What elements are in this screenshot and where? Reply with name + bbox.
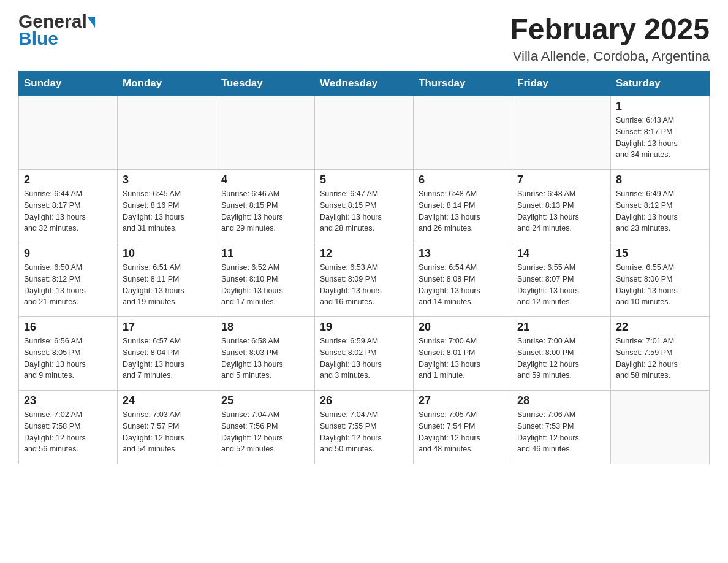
day-number: 5 <box>320 174 408 186</box>
day-info: Sunrise: 7:04 AM Sunset: 7:55 PM Dayligh… <box>320 409 408 455</box>
day-info: Sunrise: 6:44 AM Sunset: 8:17 PM Dayligh… <box>24 188 112 234</box>
day-info: Sunrise: 6:54 AM Sunset: 8:08 PM Dayligh… <box>419 262 507 308</box>
calendar-cell: 1Sunrise: 6:43 AM Sunset: 8:17 PM Daylig… <box>611 96 710 170</box>
day-header-thursday: Thursday <box>414 71 512 96</box>
calendar-cell: 26Sunrise: 7:04 AM Sunset: 7:55 PM Dayli… <box>315 391 414 464</box>
day-number: 26 <box>320 394 408 407</box>
logo-blue-text: Blue <box>18 29 58 48</box>
day-number: 13 <box>419 247 507 260</box>
day-number: 6 <box>419 174 507 186</box>
calendar-cell: 27Sunrise: 7:05 AM Sunset: 7:54 PM Dayli… <box>414 391 512 464</box>
day-info: Sunrise: 6:58 AM Sunset: 8:03 PM Dayligh… <box>221 335 309 381</box>
calendar-cell: 11Sunrise: 6:52 AM Sunset: 8:10 PM Dayli… <box>216 243 315 317</box>
week-row-4: 16Sunrise: 6:56 AM Sunset: 8:05 PM Dayli… <box>19 317 710 391</box>
calendar-title: February 2025 <box>510 12 710 46</box>
day-info: Sunrise: 6:56 AM Sunset: 8:05 PM Dayligh… <box>24 335 112 381</box>
logo-triangle-icon <box>87 17 95 28</box>
calendar-cell: 3Sunrise: 6:45 AM Sunset: 8:16 PM Daylig… <box>118 170 216 243</box>
day-number: 20 <box>419 321 507 334</box>
day-info: Sunrise: 7:00 AM Sunset: 8:00 PM Dayligh… <box>517 335 605 381</box>
week-row-2: 2Sunrise: 6:44 AM Sunset: 8:17 PM Daylig… <box>19 170 710 243</box>
day-info: Sunrise: 6:48 AM Sunset: 8:13 PM Dayligh… <box>517 188 605 234</box>
day-number: 7 <box>517 174 605 186</box>
calendar-cell: 25Sunrise: 7:04 AM Sunset: 7:56 PM Dayli… <box>216 391 315 464</box>
calendar-cell <box>118 96 216 170</box>
calendar-cell <box>216 96 315 170</box>
day-info: Sunrise: 6:53 AM Sunset: 8:09 PM Dayligh… <box>320 262 408 308</box>
day-info: Sunrise: 6:43 AM Sunset: 8:17 PM Dayligh… <box>616 115 704 161</box>
day-info: Sunrise: 6:45 AM Sunset: 8:16 PM Dayligh… <box>123 188 211 234</box>
calendar-cell: 18Sunrise: 6:58 AM Sunset: 8:03 PM Dayli… <box>216 317 315 391</box>
day-number: 3 <box>123 174 211 186</box>
calendar-cell: 20Sunrise: 7:00 AM Sunset: 8:01 PM Dayli… <box>414 317 512 391</box>
day-number: 28 <box>517 394 605 407</box>
day-number: 21 <box>517 321 605 334</box>
calendar-cell <box>315 96 414 170</box>
day-info: Sunrise: 6:50 AM Sunset: 8:12 PM Dayligh… <box>24 262 112 308</box>
calendar-cell: 7Sunrise: 6:48 AM Sunset: 8:13 PM Daylig… <box>512 170 611 243</box>
calendar-cell: 14Sunrise: 6:55 AM Sunset: 8:07 PM Dayli… <box>512 243 611 317</box>
calendar-cell: 23Sunrise: 7:02 AM Sunset: 7:58 PM Dayli… <box>19 391 118 464</box>
day-info: Sunrise: 6:59 AM Sunset: 8:02 PM Dayligh… <box>320 335 408 381</box>
calendar-cell: 15Sunrise: 6:55 AM Sunset: 8:06 PM Dayli… <box>611 243 710 317</box>
calendar-cell: 22Sunrise: 7:01 AM Sunset: 7:59 PM Dayli… <box>611 317 710 391</box>
day-info: Sunrise: 6:55 AM Sunset: 8:06 PM Dayligh… <box>616 262 704 308</box>
calendar-cell: 28Sunrise: 7:06 AM Sunset: 7:53 PM Dayli… <box>512 391 611 464</box>
day-info: Sunrise: 7:02 AM Sunset: 7:58 PM Dayligh… <box>24 409 112 455</box>
calendar-subtitle: Villa Allende, Cordoba, Argentina <box>510 48 710 64</box>
day-info: Sunrise: 7:04 AM Sunset: 7:56 PM Dayligh… <box>221 409 309 455</box>
calendar-cell: 17Sunrise: 6:57 AM Sunset: 8:04 PM Dayli… <box>118 317 216 391</box>
week-row-3: 9Sunrise: 6:50 AM Sunset: 8:12 PM Daylig… <box>19 243 710 317</box>
calendar-cell: 16Sunrise: 6:56 AM Sunset: 8:05 PM Dayli… <box>19 317 118 391</box>
calendar-cell <box>19 96 118 170</box>
day-number: 4 <box>221 174 309 186</box>
day-info: Sunrise: 6:49 AM Sunset: 8:12 PM Dayligh… <box>616 188 704 234</box>
week-row-1: 1Sunrise: 6:43 AM Sunset: 8:17 PM Daylig… <box>19 96 710 170</box>
day-number: 19 <box>320 321 408 334</box>
calendar-cell: 13Sunrise: 6:54 AM Sunset: 8:08 PM Dayli… <box>414 243 512 317</box>
day-number: 8 <box>616 174 704 186</box>
day-header-wednesday: Wednesday <box>315 71 414 96</box>
calendar-cell: 24Sunrise: 7:03 AM Sunset: 7:57 PM Dayli… <box>118 391 216 464</box>
day-info: Sunrise: 7:06 AM Sunset: 7:53 PM Dayligh… <box>517 409 605 455</box>
day-number: 27 <box>419 394 507 407</box>
day-info: Sunrise: 6:51 AM Sunset: 8:11 PM Dayligh… <box>123 262 211 308</box>
day-number: 22 <box>616 321 704 334</box>
calendar-cell: 8Sunrise: 6:49 AM Sunset: 8:12 PM Daylig… <box>611 170 710 243</box>
day-header-monday: Monday <box>118 71 216 96</box>
calendar-cell: 4Sunrise: 6:46 AM Sunset: 8:15 PM Daylig… <box>216 170 315 243</box>
calendar-cell: 2Sunrise: 6:44 AM Sunset: 8:17 PM Daylig… <box>19 170 118 243</box>
day-info: Sunrise: 6:48 AM Sunset: 8:14 PM Dayligh… <box>419 188 507 234</box>
day-number: 1 <box>616 100 704 113</box>
day-info: Sunrise: 6:57 AM Sunset: 8:04 PM Dayligh… <box>123 335 211 381</box>
calendar-cell: 21Sunrise: 7:00 AM Sunset: 8:00 PM Dayli… <box>512 317 611 391</box>
day-info: Sunrise: 6:55 AM Sunset: 8:07 PM Dayligh… <box>517 262 605 308</box>
calendar-cell: 9Sunrise: 6:50 AM Sunset: 8:12 PM Daylig… <box>19 243 118 317</box>
calendar-cell <box>611 391 710 464</box>
day-number: 14 <box>517 247 605 260</box>
day-number: 25 <box>221 394 309 407</box>
day-number: 18 <box>221 321 309 334</box>
day-header-tuesday: Tuesday <box>216 71 315 96</box>
day-number: 16 <box>24 321 112 334</box>
day-info: Sunrise: 7:03 AM Sunset: 7:57 PM Dayligh… <box>123 409 211 455</box>
day-number: 10 <box>123 247 211 260</box>
calendar-cell: 6Sunrise: 6:48 AM Sunset: 8:14 PM Daylig… <box>414 170 512 243</box>
header: General Blue February 2025 Villa Allende… <box>18 12 710 64</box>
day-info: Sunrise: 6:52 AM Sunset: 8:10 PM Dayligh… <box>221 262 309 308</box>
week-row-5: 23Sunrise: 7:02 AM Sunset: 7:58 PM Dayli… <box>19 391 710 464</box>
calendar-cell: 12Sunrise: 6:53 AM Sunset: 8:09 PM Dayli… <box>315 243 414 317</box>
day-number: 2 <box>24 174 112 186</box>
day-info: Sunrise: 7:01 AM Sunset: 7:59 PM Dayligh… <box>616 335 704 381</box>
calendar-cell: 5Sunrise: 6:47 AM Sunset: 8:15 PM Daylig… <box>315 170 414 243</box>
calendar-cell <box>414 96 512 170</box>
day-number: 9 <box>24 247 112 260</box>
day-number: 17 <box>123 321 211 334</box>
calendar-table: SundayMondayTuesdayWednesdayThursdayFrid… <box>18 71 710 464</box>
day-info: Sunrise: 6:47 AM Sunset: 8:15 PM Dayligh… <box>320 188 408 234</box>
day-header-saturday: Saturday <box>611 71 710 96</box>
day-number: 23 <box>24 394 112 407</box>
day-number: 11 <box>221 247 309 260</box>
day-info: Sunrise: 7:00 AM Sunset: 8:01 PM Dayligh… <box>419 335 507 381</box>
title-section: February 2025 Villa Allende, Cordoba, Ar… <box>510 12 710 64</box>
